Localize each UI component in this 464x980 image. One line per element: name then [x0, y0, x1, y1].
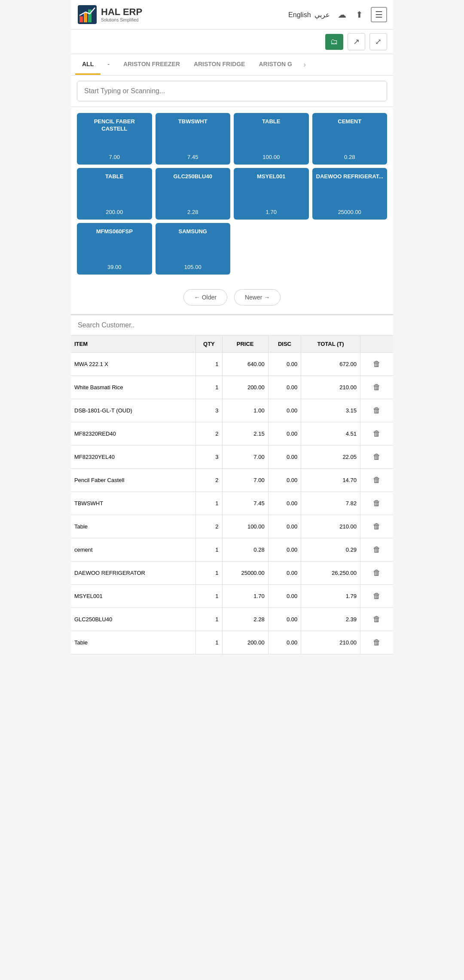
- product-grid: PENCIL FABER CASTELL 7.00 TBWSWHT 7.45 T…: [71, 107, 393, 281]
- product-card[interactable]: CEMENT 0.28: [312, 113, 388, 165]
- row-disc: 0.00: [268, 446, 301, 469]
- toolbar: 🗂 ↗ ⤢: [71, 30, 393, 54]
- delete-row-button[interactable]: 🗑: [371, 358, 382, 370]
- row-price: 7.00: [222, 446, 268, 469]
- row-total: 3.15: [301, 399, 360, 422]
- svg-rect-2: [84, 13, 87, 22]
- row-item: Table: [71, 631, 196, 654]
- delete-row-button[interactable]: 🗑: [371, 427, 382, 440]
- row-total: 2.39: [301, 608, 360, 631]
- delete-row-button[interactable]: 🗑: [371, 451, 382, 463]
- table-row: White Basmati Rice 1 200.00 0.00 210.00 …: [71, 376, 393, 399]
- table-row: DSB-1801-GL-T (OUD) 3 1.00 0.00 3.15 🗑: [71, 399, 393, 422]
- product-card[interactable]: TBWSWHT 7.45: [156, 113, 231, 165]
- product-card[interactable]: GLC250BLU40 2.28: [156, 168, 231, 220]
- row-item: cement: [71, 538, 196, 562]
- table-row: MSYEL001 1 1.70 0.00 1.79 🗑: [71, 585, 393, 608]
- delete-row-button[interactable]: 🗑: [371, 381, 382, 394]
- open-external-button[interactable]: ↗: [348, 33, 365, 50]
- row-qty: 3: [196, 399, 222, 422]
- delete-row-button[interactable]: 🗑: [371, 404, 382, 417]
- col-header-disc: DISC: [268, 336, 301, 353]
- cat-tab-ariston-fridge[interactable]: ARISTON FRIDGE: [187, 55, 252, 75]
- row-price: 1.00: [222, 399, 268, 422]
- row-disc: 0.00: [268, 469, 301, 492]
- svg-rect-3: [88, 9, 92, 22]
- row-qty: 2: [196, 469, 222, 492]
- customer-search-input[interactable]: [78, 321, 386, 329]
- product-price: 105.00: [159, 264, 227, 270]
- row-item: MWA 222.1 X: [71, 353, 196, 376]
- row-item: MSYEL001: [71, 585, 196, 608]
- row-total: 22.05: [301, 446, 360, 469]
- product-card[interactable]: MFMS060FSP 39.00: [77, 223, 152, 275]
- cat-tab-ariston-g[interactable]: ARISTON G: [252, 55, 299, 75]
- cat-tab-ariston-freezer[interactable]: ARISTON FREEZER: [116, 55, 187, 75]
- row-item: GLC250BLU40: [71, 608, 196, 631]
- col-header-qty: QTY: [196, 336, 222, 353]
- delete-row-button[interactable]: 🗑: [371, 590, 382, 602]
- row-delete-cell: 🗑: [360, 422, 393, 446]
- table-row: MF82320RED40 2 2.15 0.00 4.51 🗑: [71, 422, 393, 446]
- cat-tab-dash[interactable]: -: [101, 55, 116, 75]
- table-row: cement 1 0.28 0.00 0.29 🗑: [71, 538, 393, 562]
- newer-button[interactable]: Newer →: [234, 289, 281, 305]
- product-card[interactable]: TABLE 100.00: [234, 113, 309, 165]
- col-header-item: ITEM: [71, 336, 196, 353]
- row-qty: 1: [196, 608, 222, 631]
- upload-icon[interactable]: ⬆: [354, 8, 365, 21]
- row-qty: 3: [196, 446, 222, 469]
- product-price: 39.00: [80, 264, 149, 270]
- row-delete-cell: 🗑: [360, 376, 393, 399]
- table-row: MWA 222.1 X 1 640.00 0.00 672.00 🗑: [71, 353, 393, 376]
- product-card[interactable]: DAEWOO REFRIGERAT... 25000.00: [312, 168, 388, 220]
- save-button[interactable]: 🗂: [325, 34, 343, 50]
- tabs-next-arrow[interactable]: ›: [299, 54, 310, 75]
- row-disc: 0.00: [268, 376, 301, 399]
- row-price: 200.00: [222, 631, 268, 654]
- customer-search-area: [71, 314, 393, 336]
- row-item: Table: [71, 515, 196, 538]
- row-disc: 0.00: [268, 608, 301, 631]
- row-total: 4.51: [301, 422, 360, 446]
- row-item: MF82320YEL40: [71, 446, 196, 469]
- product-card[interactable]: MSYEL001 1.70: [234, 168, 309, 220]
- row-disc: 0.00: [268, 353, 301, 376]
- product-card[interactable]: TABLE 200.00: [77, 168, 152, 220]
- delete-row-button[interactable]: 🗑: [371, 567, 382, 579]
- logo-area: HAL ERP Solutions Simplified: [77, 4, 142, 25]
- row-total: 0.29: [301, 538, 360, 562]
- product-price: 25000.00: [316, 209, 384, 215]
- delete-row-button[interactable]: 🗑: [371, 474, 382, 486]
- delete-row-button[interactable]: 🗑: [371, 613, 382, 626]
- product-search-input[interactable]: [77, 81, 387, 101]
- row-disc: 0.00: [268, 585, 301, 608]
- row-qty: 1: [196, 376, 222, 399]
- row-delete-cell: 🗑: [360, 608, 393, 631]
- delete-row-button[interactable]: 🗑: [371, 520, 382, 533]
- row-price: 1.70: [222, 585, 268, 608]
- delete-row-button[interactable]: 🗑: [371, 543, 382, 556]
- row-total: 7.82: [301, 492, 360, 515]
- category-tabs: ALL - ARISTON FREEZER ARISTON FRIDGE ARI…: [71, 54, 393, 76]
- fullscreen-button[interactable]: ⤢: [369, 33, 387, 50]
- product-card[interactable]: SAMSUNG 105.00: [156, 223, 231, 275]
- product-name: DAEWOO REFRIGERAT...: [316, 173, 384, 180]
- product-name: CEMENT: [316, 118, 384, 125]
- product-card[interactable]: PENCIL FABER CASTELL 7.00: [77, 113, 152, 165]
- upload-cloud-icon[interactable]: ☁: [336, 8, 348, 21]
- row-total: 210.00: [301, 631, 360, 654]
- product-name: TABLE: [80, 173, 149, 180]
- older-button[interactable]: ← Older: [183, 289, 227, 305]
- app-header: HAL ERP Solutions Simplified English عرب…: [71, 0, 393, 30]
- cat-tab-all[interactable]: ALL: [75, 55, 101, 75]
- delete-row-button[interactable]: 🗑: [371, 636, 382, 649]
- row-total: 1.79: [301, 585, 360, 608]
- menu-button[interactable]: ☰: [371, 7, 387, 22]
- row-disc: 0.00: [268, 515, 301, 538]
- row-item: DSB-1801-GL-T (OUD): [71, 399, 196, 422]
- row-price: 200.00: [222, 376, 268, 399]
- language-label: English عربي: [288, 11, 330, 19]
- delete-row-button[interactable]: 🗑: [371, 497, 382, 510]
- product-name: TABLE: [237, 118, 305, 125]
